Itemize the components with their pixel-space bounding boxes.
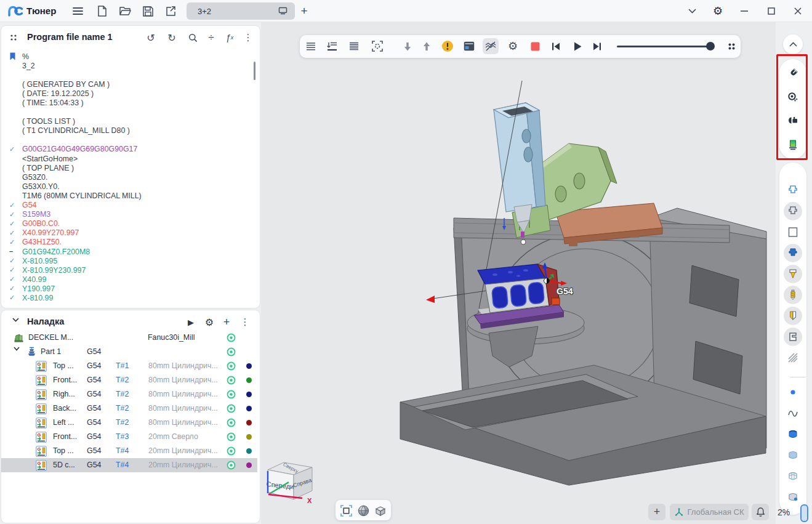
operation-tool-number[interactable]: T#4 xyxy=(116,444,129,458)
code-line[interactable]: ( GENERATED BY CAM ) xyxy=(1,79,251,89)
code-line[interactable]: ✓Y190.997 xyxy=(1,284,251,293)
spindle-outline-blue-icon[interactable] xyxy=(784,181,802,200)
active-radio-icon[interactable] xyxy=(227,404,236,413)
check-mark-icon[interactable]: ✓ xyxy=(1,294,22,301)
code-line[interactable]: G53Z0. xyxy=(1,172,251,182)
magnet-snap-icon[interactable] xyxy=(784,64,802,83)
curve-display-icon[interactable] xyxy=(784,404,802,422)
active-radio-icon[interactable] xyxy=(227,418,236,427)
setup-part-row[interactable]: Part 1G54 xyxy=(1,345,257,359)
simulation-progress-slider[interactable] xyxy=(617,46,714,47)
check-mark-icon[interactable]: ✓ xyxy=(1,211,22,218)
new-file-button[interactable] xyxy=(94,2,111,20)
code-line[interactable]: ✓X-810.99 xyxy=(1,293,251,302)
drag-handle-icon[interactable] xyxy=(10,34,17,41)
active-radio-icon[interactable] xyxy=(227,390,236,399)
setup-kebab-menu-icon[interactable]: ⋮ xyxy=(238,315,252,329)
setup-operation-row[interactable]: GLeft ...G54T#280mm Цилиндрич... xyxy=(1,416,257,430)
setup-operation-row[interactable]: GRigh...G54T#280mm Цилиндрич... xyxy=(1,387,257,401)
code-line[interactable]: 3_2 xyxy=(1,61,251,70)
code-line[interactable]: ✓X-810.99Y230.997 xyxy=(1,265,251,275)
check-mark-icon[interactable]: ✓ xyxy=(1,276,22,283)
maximize-button[interactable] xyxy=(763,2,780,20)
active-radio-icon[interactable] xyxy=(227,333,236,342)
check-mark-icon[interactable]: ✓ xyxy=(1,257,22,264)
setup-gear-icon[interactable]: ⚙ xyxy=(202,315,217,329)
isometric-view-icon[interactable] xyxy=(372,502,388,518)
function-fx-icon[interactable]: ƒx xyxy=(222,30,237,45)
search-icon[interactable] xyxy=(185,30,200,45)
tool-holder-cone-icon[interactable] xyxy=(784,265,802,283)
drill-bit-icon[interactable] xyxy=(784,286,802,304)
document-tab[interactable]: 3+2 xyxy=(187,2,295,20)
check-mark-icon[interactable]: ✓ xyxy=(1,146,22,153)
operation-tool-number[interactable]: T#1 xyxy=(116,359,129,373)
divide-icon[interactable]: ÷ xyxy=(204,30,219,45)
active-radio-icon[interactable] xyxy=(227,361,236,371)
3d-viewport[interactable]: G54 ⚙ xyxy=(261,22,776,524)
hatch-section-icon[interactable] xyxy=(784,349,802,367)
show-all-lines-icon[interactable] xyxy=(303,38,319,54)
code-line[interactable] xyxy=(1,135,251,145)
code-line[interactable]: ✓G00B0.C0. xyxy=(1,219,251,228)
focus-selection-icon[interactable] xyxy=(369,38,385,54)
fixture-clamp-icon[interactable] xyxy=(784,328,802,346)
viewport-scrollbar-thumb[interactable] xyxy=(800,504,808,522)
active-radio-icon[interactable] xyxy=(227,461,236,470)
step-up-arrow-icon[interactable] xyxy=(419,38,435,54)
toolbar-grid-menu-icon[interactable] xyxy=(723,38,739,54)
setup-operation-row[interactable]: G5D c...G54T#420mm Цилиндрич... xyxy=(1,458,257,472)
setup-operation-row[interactable]: GFront...G54T#320mm Сверло xyxy=(1,430,257,444)
code-line[interactable]: ( TOOLS LIST ) xyxy=(1,117,251,126)
new-tab-button[interactable]: + xyxy=(295,2,313,20)
notifications-bell-icon[interactable] xyxy=(752,504,769,520)
surface-blue-icon[interactable] xyxy=(784,425,802,443)
check-mark-icon[interactable]: ✓ xyxy=(1,267,22,273)
open-file-button[interactable] xyxy=(116,2,134,20)
operation-tool-number[interactable]: T#2 xyxy=(116,401,129,416)
operation-tool-number[interactable]: T#4 xyxy=(116,458,129,472)
code-line[interactable]: ✓X-810.995 xyxy=(1,256,251,265)
app-settings-gear-icon[interactable]: ⚙ xyxy=(709,2,726,20)
code-line[interactable] xyxy=(1,70,251,79)
surface-mesh-icon[interactable] xyxy=(784,467,802,485)
check-mark-icon[interactable]: ✓ xyxy=(1,285,22,292)
code-line[interactable]: ( DATE: 19.12.2025 ) xyxy=(1,89,251,98)
tool-half-section-icon[interactable] xyxy=(784,307,802,325)
setup-operation-row[interactable]: GBack...G54T#280mm Цилиндрич... xyxy=(1,401,257,416)
active-radio-icon[interactable] xyxy=(227,432,236,441)
panel-layout-icon[interactable] xyxy=(461,38,477,54)
vise-clamp-icon[interactable] xyxy=(784,111,802,130)
code-line[interactable]: G53X0.Y0. xyxy=(1,182,251,191)
hide-toolpath-icon[interactable] xyxy=(483,38,499,54)
setup-operation-row[interactable]: GFront...G54T#280mm Цилиндрич... xyxy=(1,373,257,387)
code-line[interactable]: ✓X40.99Y270.997 xyxy=(1,228,251,238)
export-button[interactable] xyxy=(162,2,179,20)
probe-icon[interactable] xyxy=(784,88,802,107)
skip-to-end-button[interactable] xyxy=(589,38,605,54)
point-display-icon[interactable] xyxy=(784,383,802,401)
setup-add-icon[interactable]: + xyxy=(219,315,234,329)
coordinate-system-selector[interactable]: Глобальная СК xyxy=(670,504,749,520)
add-cs-button[interactable]: + xyxy=(648,504,665,520)
close-button[interactable] xyxy=(789,2,806,20)
undo-icon[interactable]: ↺ xyxy=(143,30,158,45)
expand-chevron-icon[interactable] xyxy=(14,347,20,351)
code-line[interactable]: –G01G94Z0.F200M8 xyxy=(1,247,251,256)
active-radio-icon[interactable] xyxy=(227,446,236,456)
setup-operation-row[interactable]: GTop ...G54T#420mm Цилиндрич... xyxy=(1,444,257,458)
fit-view-icon[interactable] xyxy=(338,502,354,518)
play-button[interactable] xyxy=(569,38,585,54)
stock-icon[interactable] xyxy=(784,135,802,154)
spindle-gray-icon[interactable] xyxy=(784,202,802,220)
orbit-sphere-icon[interactable] xyxy=(355,502,371,518)
code-line[interactable] xyxy=(1,108,251,117)
code-line[interactable]: ( T1 CYLINDRICAL_MILL D80 ) xyxy=(1,126,251,135)
redo-icon[interactable]: ↻ xyxy=(164,30,179,45)
step-down-arrow-icon[interactable] xyxy=(400,38,416,54)
code-line[interactable]: <StartGoHome> xyxy=(1,154,251,163)
collapse-chevron-icon[interactable] xyxy=(12,318,19,322)
surface-light-icon[interactable] xyxy=(784,446,802,464)
code-line[interactable]: ✓S159M3 xyxy=(1,210,251,219)
code-line[interactable]: ( TOP PLANE ) xyxy=(1,163,251,172)
